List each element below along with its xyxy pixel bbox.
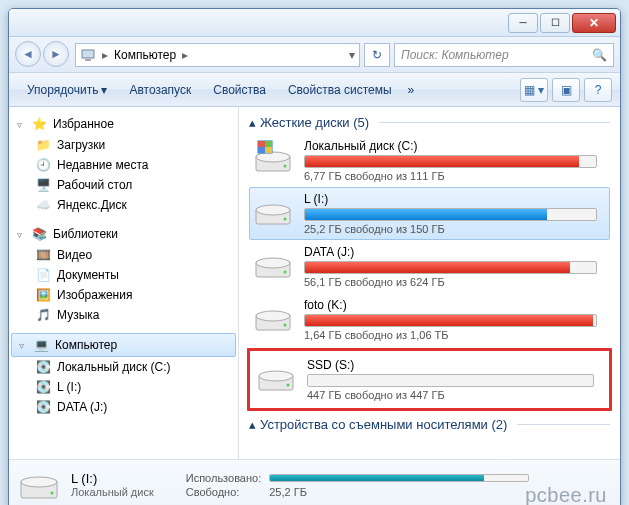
nav-music[interactable]: 🎵Музыка: [9, 305, 238, 325]
libraries-icon: 📚: [31, 226, 47, 242]
nav-recent[interactable]: 🕘Недавние места: [9, 155, 238, 175]
preview-pane-button[interactable]: ▣: [552, 78, 580, 102]
drive-icon: [252, 245, 294, 281]
minimize-button[interactable]: ─: [508, 13, 538, 33]
drive-item[interactable]: L (I:) 25,2 ГБ свободно из 150 ГБ: [249, 187, 610, 240]
refresh-button[interactable]: ↻: [364, 43, 390, 67]
system-properties-button[interactable]: Свойства системы: [278, 78, 402, 102]
drive-name: L (I:): [304, 192, 597, 206]
hdd-section-header[interactable]: ▴Жесткие диски (5): [249, 111, 610, 134]
nav-history: ◄ ►: [15, 41, 71, 69]
address-bar[interactable]: ▸ Компьютер ▸ ▾: [75, 43, 360, 67]
search-icon: 🔍: [592, 48, 607, 62]
document-icon: 📄: [35, 267, 51, 283]
recent-icon: 🕘: [35, 157, 51, 173]
svg-rect-8: [258, 147, 265, 153]
drive-item[interactable]: SSD (S:) 447 ГБ свободно из 447 ГБ: [252, 353, 607, 406]
toolbar-overflow-icon[interactable]: »: [404, 83, 419, 97]
forward-button[interactable]: ►: [43, 41, 69, 67]
titlebar: ─ ☐ ✕: [9, 9, 620, 37]
capacity-bar: [304, 314, 597, 327]
collapse-icon: ▿: [17, 119, 25, 130]
svg-rect-6: [258, 141, 265, 147]
drive-item[interactable]: DATA (J:) 56,1 ГБ свободно из 624 ГБ: [249, 240, 610, 293]
breadcrumb[interactable]: Компьютер: [114, 48, 176, 62]
drive-name: foto (K:): [304, 298, 597, 312]
autoplay-button[interactable]: Автозапуск: [119, 78, 201, 102]
video-icon: 🎞️: [35, 247, 51, 263]
maximize-button[interactable]: ☐: [540, 13, 570, 33]
svg-point-15: [284, 271, 287, 274]
drive-icon: [252, 192, 294, 228]
properties-button[interactable]: Свойства: [203, 78, 276, 102]
content-pane: ▴Жесткие диски (5) Локальный диск (C:) 6…: [239, 107, 620, 459]
drive-item[interactable]: Локальный диск (C:) 6,77 ГБ свободно из …: [249, 134, 610, 187]
details-title: L (I:): [71, 471, 154, 486]
removable-section-header[interactable]: ▴Устройства со съемными носителями (2): [249, 413, 610, 436]
svg-point-18: [284, 324, 287, 327]
drive-item[interactable]: foto (K:) 1,64 ГБ свободно из 1,06 ТБ: [249, 293, 610, 346]
drive-icon: [252, 139, 294, 175]
close-button[interactable]: ✕: [572, 13, 616, 33]
nav-downloads[interactable]: 📁Загрузки: [9, 135, 238, 155]
capacity-bar: [304, 208, 597, 221]
organize-button[interactable]: Упорядочить ▾: [17, 78, 117, 102]
drive-stat: 447 ГБ свободно из 447 ГБ: [307, 389, 594, 401]
back-button[interactable]: ◄: [15, 41, 41, 67]
nav-documents[interactable]: 📄Документы: [9, 265, 238, 285]
computer-icon: 💻: [33, 337, 49, 353]
computer-icon: [80, 47, 96, 63]
svg-point-23: [21, 477, 57, 487]
chevron-down-icon: ▾: [101, 83, 107, 97]
drive-name: SSD (S:): [307, 358, 594, 372]
drive-stat: 6,77 ГБ свободно из 111 ГБ: [304, 170, 597, 182]
collapse-icon: ▴: [249, 115, 256, 130]
svg-point-24: [51, 491, 54, 494]
nav-desktop[interactable]: 🖥️Рабочий стол: [9, 175, 238, 195]
nav-drive-j[interactable]: 💽DATA (J:): [9, 397, 238, 417]
nav-drive-c[interactable]: 💽Локальный диск (C:): [9, 357, 238, 377]
drive-icon: [252, 298, 294, 334]
navigation-pane: ▿⭐Избранное 📁Загрузки 🕘Недавние места 🖥️…: [9, 107, 239, 459]
drive-stat: 56,1 ГБ свободно из 624 ГБ: [304, 276, 597, 288]
nav-video[interactable]: 🎞️Видео: [9, 245, 238, 265]
drive-icon: [19, 468, 59, 502]
search-placeholder: Поиск: Компьютер: [401, 48, 509, 62]
folder-icon: 📁: [35, 137, 51, 153]
drive-stat: 25,2 ГБ свободно из 150 ГБ: [304, 223, 597, 235]
cloud-icon: ☁️: [35, 197, 51, 213]
free-label: Свободно:: [186, 486, 262, 498]
svg-point-12: [284, 218, 287, 221]
svg-point-11: [256, 205, 290, 215]
navbar: ◄ ► ▸ Компьютер ▸ ▾ ↻ Поиск: Компьютер 🔍: [9, 37, 620, 73]
search-input[interactable]: Поиск: Компьютер 🔍: [394, 43, 614, 67]
drive-icon: 💽: [35, 399, 51, 415]
used-label: Использовано:: [186, 472, 262, 484]
svg-rect-1: [85, 59, 91, 61]
drive-icon: [255, 358, 297, 394]
used-bar: [269, 474, 529, 482]
nav-yandex[interactable]: ☁️Яндекс.Диск: [9, 195, 238, 215]
toolbar: Упорядочить ▾ Автозапуск Свойства Свойст…: [9, 73, 620, 107]
chevron-right-icon: ▸: [100, 48, 110, 62]
capacity-bar: [304, 155, 597, 168]
svg-rect-9: [265, 147, 272, 153]
highlight-box: SSD (S:) 447 ГБ свободно из 447 ГБ: [247, 348, 612, 411]
free-value: 25,2 ГБ: [269, 486, 529, 498]
nav-pictures[interactable]: 🖼️Изображения: [9, 285, 238, 305]
star-icon: ⭐: [31, 116, 47, 132]
drive-name: DATA (J:): [304, 245, 597, 259]
collapse-icon: ▴: [249, 417, 256, 432]
drive-stat: 1,64 ГБ свободно из 1,06 ТБ: [304, 329, 597, 341]
view-mode-button[interactable]: ▦ ▾: [520, 78, 548, 102]
music-icon: 🎵: [35, 307, 51, 323]
libraries-header[interactable]: ▿📚Библиотеки: [9, 223, 238, 245]
desktop-icon: 🖥️: [35, 177, 51, 193]
svg-point-20: [259, 371, 293, 381]
details-pane: L (I:) Локальный диск Использовано: Своб…: [9, 459, 620, 505]
favorites-header[interactable]: ▿⭐Избранное: [9, 113, 238, 135]
nav-drive-i[interactable]: 💽L (I:): [9, 377, 238, 397]
address-dropdown-icon[interactable]: ▾: [349, 48, 355, 62]
help-button[interactable]: ?: [584, 78, 612, 102]
computer-header[interactable]: ▿💻Компьютер: [11, 333, 236, 357]
